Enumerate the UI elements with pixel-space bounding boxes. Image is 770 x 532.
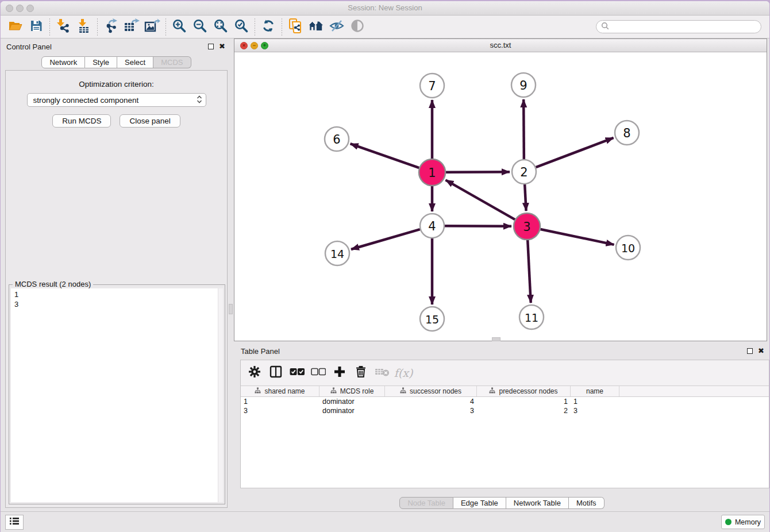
select-all-button[interactable] xyxy=(289,365,305,381)
control-panel-float-button[interactable] xyxy=(208,44,214,49)
table-cell[interactable]: 1 xyxy=(571,397,619,406)
graph-edge-4-14[interactable] xyxy=(351,229,420,249)
table-cell[interactable]: 4 xyxy=(385,397,477,406)
tab-mcds[interactable]: MCDS xyxy=(153,56,191,68)
memory-button[interactable]: Memory xyxy=(721,515,765,529)
unselect-all-button[interactable] xyxy=(310,365,326,381)
zoom-selected-button[interactable] xyxy=(231,18,252,36)
zoom-in-button[interactable] xyxy=(169,18,190,36)
tab-node-table[interactable]: Node Table xyxy=(399,497,453,509)
control-panel-close-button[interactable]: ✖ xyxy=(219,42,225,51)
graph-edge-4-3[interactable] xyxy=(445,226,511,226)
column-header-shared-name[interactable]: shared name xyxy=(241,386,319,396)
table-panel-close-button[interactable]: ✖ xyxy=(758,346,764,355)
graph-node-4[interactable]: 4 xyxy=(420,214,444,238)
save-session-button[interactable] xyxy=(26,18,47,36)
clone-network-icon xyxy=(288,18,303,36)
graph-node-14[interactable]: 14 xyxy=(325,241,349,265)
criterion-value: strongly connected component xyxy=(33,96,139,105)
table-cell[interactable]: dominator xyxy=(319,406,385,415)
tab-network[interactable]: Network xyxy=(41,56,85,68)
graph-edge-3-10[interactable] xyxy=(540,229,614,245)
table-cell[interactable]: 1 xyxy=(241,397,319,406)
table-cell[interactable]: 2 xyxy=(477,406,571,415)
delete-table-button[interactable] xyxy=(374,365,390,381)
hide-selected-button[interactable] xyxy=(326,18,347,36)
refresh-button[interactable] xyxy=(258,18,279,36)
task-history-button[interactable] xyxy=(5,515,24,530)
graph-edge-1-6[interactable] xyxy=(351,144,419,168)
table-panel-float-button[interactable] xyxy=(747,348,753,354)
app-window: Session: New Session xyxy=(1,1,769,532)
table-cell[interactable]: dominator xyxy=(319,397,385,406)
statusbar: Memory xyxy=(1,511,769,532)
import-network-button[interactable] xyxy=(53,18,74,36)
table-cell[interactable]: 3 xyxy=(385,406,477,415)
run-mcds-button[interactable]: Run MCDS xyxy=(52,114,111,128)
column-header-successor-nodes[interactable]: successor nodes xyxy=(385,386,477,396)
export-image-button[interactable] xyxy=(142,18,163,36)
export-network-button[interactable] xyxy=(101,18,121,36)
network-resize-handle[interactable] xyxy=(492,337,500,341)
graph-node-15[interactable]: 15 xyxy=(420,307,444,331)
first-neighbors-button[interactable] xyxy=(306,18,326,36)
export-table-button[interactable] xyxy=(121,18,142,36)
control-panel-header: Control Panel ✖ xyxy=(1,38,232,55)
table-cell[interactable]: 3 xyxy=(571,406,619,415)
control-panel: Control Panel ✖ NetworkStyleSelectMCDS O… xyxy=(1,38,232,512)
table-row[interactable]: 3dominator323 xyxy=(241,406,769,415)
column-header-name[interactable]: name xyxy=(571,386,619,396)
search-input[interactable] xyxy=(596,20,761,33)
column-type-icon xyxy=(489,387,495,395)
graph-edge-2-3[interactable] xyxy=(525,184,526,211)
table-cell[interactable]: 3 xyxy=(241,406,319,415)
graph-node-label: 3 xyxy=(523,220,530,234)
graph-edge-1-2[interactable] xyxy=(446,172,510,172)
graph-node-11[interactable]: 11 xyxy=(519,305,544,329)
tab-motifs[interactable]: Motifs xyxy=(569,497,605,509)
column-label: shared name xyxy=(264,387,305,395)
tab-style[interactable]: Style xyxy=(85,56,117,68)
graph-edge-2-8[interactable] xyxy=(536,138,614,167)
tab-network-table[interactable]: Network Table xyxy=(506,497,569,509)
table-toolbar: f(x) xyxy=(241,360,769,385)
close-panel-button[interactable]: Close panel xyxy=(120,114,180,128)
criterion-select[interactable]: strongly connected component xyxy=(27,93,206,107)
table-row[interactable]: 1dominator411 xyxy=(241,397,769,406)
column-settings-button[interactable] xyxy=(247,365,263,381)
graph-node-9[interactable]: 9 xyxy=(511,73,536,97)
graph-node-6[interactable]: 6 xyxy=(325,127,349,151)
toolbar-separator xyxy=(255,18,255,36)
show-all-button[interactable] xyxy=(347,18,368,36)
add-row-button[interactable] xyxy=(332,365,348,381)
graph-node-7[interactable]: 7 xyxy=(420,74,444,98)
graph-node-10[interactable]: 10 xyxy=(616,236,640,260)
zoom-out-button[interactable] xyxy=(190,18,210,36)
graph-node-2[interactable]: 2 xyxy=(512,160,536,184)
open-file-button[interactable] xyxy=(5,18,26,36)
tab-edge-table[interactable]: Edge Table xyxy=(453,497,506,509)
panel-resize-handle[interactable] xyxy=(229,304,233,314)
table-cell[interactable]: 1 xyxy=(477,397,571,406)
network-graph[interactable]: 7968124314101511 xyxy=(234,52,767,341)
function-builder-button[interactable]: f(x) xyxy=(395,365,411,381)
column-header-mcds-role[interactable]: MCDS role xyxy=(319,386,385,396)
column-header-predecessor-nodes[interactable]: predecessor nodes xyxy=(477,386,571,396)
graph-edge-2-9[interactable] xyxy=(523,99,524,159)
graph-node-8[interactable]: 8 xyxy=(615,121,639,145)
tab-select[interactable]: Select xyxy=(117,56,153,68)
zoom-fit-button[interactable] xyxy=(210,18,231,36)
mcds-result-scrollbar[interactable] xyxy=(218,288,223,502)
graph-node-1[interactable]: 1 xyxy=(419,159,445,186)
checked-boxes-icon xyxy=(290,368,305,378)
unchecked-boxes-icon xyxy=(311,368,326,378)
clone-network-button[interactable] xyxy=(285,18,306,36)
fx-icon: f(x) xyxy=(394,367,413,379)
graph-edge-3-1[interactable] xyxy=(445,180,515,219)
show-columns-button[interactable] xyxy=(268,365,284,381)
import-table-button[interactable] xyxy=(74,18,94,36)
delete-row-button[interactable] xyxy=(353,365,369,381)
graph-node-3[interactable]: 3 xyxy=(514,213,540,240)
graph-edge-3-11[interactable] xyxy=(528,240,531,303)
mcds-result-text[interactable]: 13 xyxy=(11,288,223,502)
